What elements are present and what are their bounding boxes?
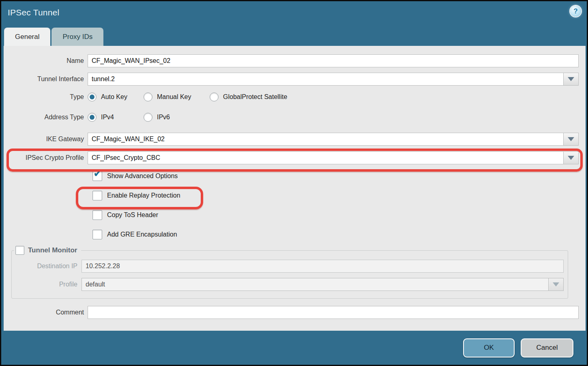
destination-ip-input	[82, 260, 564, 273]
comment-input[interactable]	[88, 306, 579, 319]
ipsec-crypto-profile-dropdown-button[interactable]	[563, 152, 578, 164]
tunnel-monitor-section: Tunnel Monitor Destination IP Profile	[11, 246, 568, 299]
chevron-down-icon	[553, 282, 559, 286]
tunnel-interface-row: Tunnel Interface	[4, 73, 579, 86]
type-option-manual-key[interactable]: Manual Key	[144, 93, 210, 101]
radio-selected-icon[interactable]	[88, 93, 97, 101]
ipsec-crypto-profile-label: IPSec Crypto Profile	[4, 154, 88, 161]
type-option-auto-key[interactable]: Auto Key	[88, 93, 144, 101]
comment-row: Comment	[4, 306, 579, 319]
address-type-option-ipv4[interactable]: IPv4	[88, 113, 144, 122]
ike-gateway-row: IKE Gateway	[4, 133, 579, 146]
question-mark-glyph: ?	[573, 7, 577, 15]
checkbox-unchecked-icon[interactable]	[15, 246, 24, 255]
ipsec-crypto-profile-row: IPSec Crypto Profile	[4, 151, 579, 164]
name-input[interactable]	[88, 54, 579, 67]
radio-unselected-icon[interactable]	[144, 93, 152, 101]
dialog-titlebar: IPSec Tunnel ?	[1, 1, 587, 28]
name-row: Name	[4, 54, 579, 67]
tab-proxy-ids[interactable]: Proxy IDs	[52, 28, 103, 46]
address-type-option-ipv6[interactable]: IPv6	[144, 113, 170, 122]
comment-label: Comment	[4, 309, 88, 316]
copy-tos-header-option[interactable]: Copy ToS Header	[92, 210, 579, 220]
radio-unselected-icon[interactable]	[210, 93, 219, 101]
ike-gateway-label: IKE Gateway	[4, 136, 88, 143]
tunnel-monitor-label: Tunnel Monitor	[28, 246, 77, 254]
tab-general[interactable]: General	[4, 28, 50, 46]
monitor-profile-row: Profile	[12, 278, 564, 291]
checkbox-unchecked-icon[interactable]	[92, 230, 102, 239]
checkbox-unchecked-icon[interactable]	[92, 210, 102, 220]
chevron-down-icon	[568, 137, 574, 141]
tunnel-monitor-toggle[interactable]: Tunnel Monitor	[14, 246, 81, 255]
ipsec-tunnel-dialog: IPSec Tunnel ? General Proxy IDs Name Tu…	[0, 0, 588, 366]
tab-bar: General Proxy IDs	[1, 28, 587, 46]
ike-gateway-dropdown-button[interactable]	[563, 133, 578, 145]
enable-replay-protection-option[interactable]: Enable Replay Protection	[92, 191, 579, 200]
type-label: Type	[4, 93, 88, 101]
tunnel-interface-label: Tunnel Interface	[4, 75, 88, 83]
dialog-frame: IPSec Tunnel ? General Proxy IDs Name Tu…	[1, 1, 587, 365]
radio-unselected-icon[interactable]	[144, 113, 152, 122]
chevron-down-icon	[568, 77, 574, 81]
tunnel-interface-input[interactable]	[88, 73, 563, 85]
dialog-title: IPSec Tunnel	[8, 8, 59, 17]
name-label: Name	[4, 57, 88, 65]
general-tab-panel: Name Tunnel Interface Type	[4, 46, 586, 331]
cancel-button[interactable]: Cancel	[521, 338, 573, 357]
radio-selected-icon[interactable]	[88, 113, 97, 122]
type-row: Type Auto Key Manual Key GlobalProtect S…	[4, 93, 579, 101]
type-option-globalprotect-satellite[interactable]: GlobalProtect Satellite	[210, 93, 287, 101]
address-type-label: Address Type	[4, 114, 88, 121]
monitor-profile-label: Profile	[12, 281, 82, 288]
tab-proxy-ids-label: Proxy IDs	[62, 33, 92, 41]
show-advanced-options-option[interactable]: ✔ Show Advanced Options	[92, 171, 579, 181]
address-type-row: Address Type IPv4 IPv6	[4, 113, 579, 122]
tab-general-label: General	[15, 33, 39, 41]
monitor-profile-dropdown-button	[548, 278, 563, 291]
dialog-footer: OK Cancel	[1, 331, 587, 365]
ok-button[interactable]: OK	[463, 338, 515, 357]
add-gre-encapsulation-option[interactable]: Add GRE Encapsulation	[92, 230, 579, 239]
checkbox-checked-icon[interactable]: ✔	[92, 171, 102, 181]
chevron-down-icon	[568, 156, 574, 160]
destination-ip-label: Destination IP	[12, 263, 82, 270]
monitor-profile-input	[82, 278, 548, 291]
ike-gateway-input[interactable]	[88, 133, 563, 145]
tunnel-interface-dropdown-button[interactable]	[563, 73, 578, 85]
help-icon[interactable]: ?	[570, 6, 581, 17]
ipsec-crypto-profile-combo	[88, 151, 579, 164]
checkmark-glyph: ✔	[93, 168, 102, 179]
ipsec-crypto-profile-input[interactable]	[88, 152, 563, 164]
checkbox-unchecked-icon[interactable]	[92, 191, 102, 200]
tunnel-interface-combo	[88, 73, 579, 86]
ike-gateway-combo	[88, 133, 579, 146]
monitor-profile-combo	[82, 278, 564, 291]
destination-ip-row: Destination IP	[12, 260, 564, 273]
